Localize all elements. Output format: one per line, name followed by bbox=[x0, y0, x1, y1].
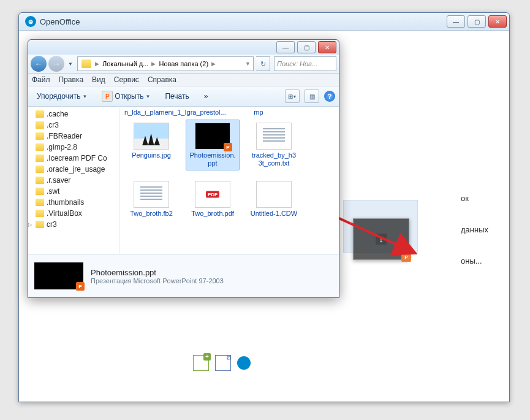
sidebar-folder[interactable]: .FBReader bbox=[28, 131, 119, 142]
view-mode-button[interactable]: ⊞▼ bbox=[285, 90, 300, 103]
address-dropdown-icon[interactable]: ▼ bbox=[244, 61, 252, 67]
file-thumbnail: P bbox=[195, 123, 230, 150]
nav-back-button[interactable]: ← bbox=[31, 56, 47, 72]
minimize-button[interactable]: — bbox=[447, 15, 465, 28]
sidebar-folder[interactable]: .thumbnails bbox=[28, 197, 119, 208]
menu-bar: Файл Правка Вид Сервис Справка bbox=[28, 74, 339, 86]
globe-icon[interactable] bbox=[237, 356, 251, 370]
openoffice-title: OpenOffice bbox=[40, 17, 447, 26]
powerpoint-app-icon: P bbox=[102, 91, 113, 102]
breadcrumb-2[interactable]: Новая папка (2) bbox=[157, 60, 210, 67]
nav-history-dropdown[interactable]: ▼ bbox=[66, 61, 75, 67]
new-document-icon[interactable] bbox=[193, 355, 209, 371]
explorer-minimize-button[interactable]: — bbox=[276, 41, 295, 53]
search-placeholder: Поиск: Нов... bbox=[277, 60, 317, 67]
openoffice-logo-icon: ⊜ bbox=[25, 16, 36, 27]
explorer-close-button[interactable]: ✕ bbox=[318, 41, 336, 53]
preview-pane-button[interactable]: ▥ bbox=[305, 90, 319, 103]
sidebar-folder[interactable]: .cache bbox=[28, 109, 119, 120]
search-input[interactable]: Поиск: Нов... bbox=[274, 56, 336, 71]
folder-icon bbox=[81, 59, 91, 68]
sidebar-folder[interactable]: .VirtualBox bbox=[28, 208, 119, 219]
file-item[interactable]: Two_broth.fb2 bbox=[124, 178, 178, 221]
openoffice-titlebar: ⊜ OpenOffice — ▢ ✕ bbox=[19, 13, 509, 31]
file-item[interactable]: Untitled-1.CDW bbox=[247, 178, 301, 221]
file-thumbnail bbox=[134, 181, 169, 208]
templates-icon[interactable] bbox=[215, 355, 231, 371]
breadcrumb-sep: ▶ bbox=[94, 61, 100, 67]
file-thumbnail bbox=[256, 181, 292, 208]
explorer-window: — ▢ ✕ ← → ▼ ▶ Локальный д... ▶ Новая пап… bbox=[28, 39, 339, 298]
menu-edit[interactable]: Правка bbox=[59, 75, 84, 84]
powerpoint-badge-icon: P bbox=[76, 282, 85, 291]
menu-file[interactable]: Файл bbox=[32, 75, 50, 84]
address-bar[interactable]: ▶ Локальный д... ▶ Новая папка (2) ▶ ▼ bbox=[77, 56, 254, 71]
file-item[interactable]: Two_broth.pdf bbox=[186, 178, 240, 221]
sidebar-folder[interactable]: .gimp-2.8 bbox=[28, 142, 119, 153]
sidebar-folder[interactable]: .Icecream PDF Co bbox=[28, 153, 119, 164]
details-pane: P Photoemission.ppt Презентация Microsof… bbox=[28, 254, 339, 297]
powerpoint-badge-icon: P bbox=[401, 252, 411, 262]
file-item[interactable]: Penguins.jpg bbox=[124, 120, 178, 170]
sidebar-folder[interactable]: ▷cr3 bbox=[28, 219, 119, 230]
sidebar-folder[interactable]: .oracle_jre_usage bbox=[28, 164, 119, 175]
file-item[interactable]: tracked_by_h33t_com.txt bbox=[247, 120, 301, 170]
breadcrumb-sep: ▶ bbox=[210, 61, 217, 67]
breadcrumb-sep: ▶ bbox=[150, 61, 157, 67]
help-button[interactable]: ? bbox=[324, 91, 335, 102]
print-button[interactable]: Печать bbox=[160, 90, 194, 102]
file-thumbnail bbox=[256, 123, 292, 150]
sidebar-folder[interactable]: .cr3 bbox=[28, 120, 119, 131]
explorer-maximize-button[interactable]: ▢ bbox=[297, 41, 316, 53]
refresh-button[interactable]: ↻ bbox=[256, 56, 270, 71]
details-filename: Photoemission.ppt bbox=[91, 268, 224, 277]
file-thumbnail bbox=[195, 181, 230, 208]
details-filetype: Презентация Microsoft PowerPoint 97-2003 bbox=[91, 277, 224, 284]
sidebar-folder[interactable]: .r.saver bbox=[28, 175, 119, 186]
explorer-titlebar[interactable]: — ▢ ✕ bbox=[28, 40, 339, 55]
folder-tree[interactable]: .cache.cr3.FBReader.gimp-2.8.Icecream PD… bbox=[28, 106, 119, 262]
maximize-button[interactable]: ▢ bbox=[468, 15, 486, 28]
menu-help[interactable]: Справка bbox=[148, 75, 176, 84]
details-thumbnail: P bbox=[34, 262, 83, 289]
breadcrumb-1[interactable]: Локальный д... bbox=[100, 60, 150, 67]
open-button[interactable]: P Открыть▼ bbox=[97, 89, 155, 104]
oo-link-1[interactable]: ок bbox=[461, 194, 488, 203]
close-button[interactable]: ✕ bbox=[488, 15, 507, 28]
menu-service[interactable]: Сервис bbox=[114, 75, 139, 84]
file-item[interactable]: PPhotoemission.ppt bbox=[186, 120, 240, 170]
file-item[interactable]: n_lda_i_plameni_1_Igra_prestol... bbox=[124, 109, 172, 116]
files-area[interactable]: n_lda_i_plameni_1_Igra_prestol... mp Pen… bbox=[119, 106, 339, 262]
organize-button[interactable]: Упорядочить▼ bbox=[32, 90, 92, 102]
explorer-nav-bar: ← → ▼ ▶ Локальный д... ▶ Новая папка (2)… bbox=[28, 55, 339, 74]
toolbar: Упорядочить▼ P Открыть▼ Печать » ⊞▼ ▥ ? bbox=[28, 86, 339, 107]
sidebar-folder[interactable]: .swt bbox=[28, 186, 119, 197]
drag-ghost-thumbnail: P bbox=[353, 218, 409, 260]
oo-link-3[interactable]: оны... bbox=[461, 256, 488, 265]
file-item[interactable]: mp bbox=[235, 109, 282, 116]
menu-view[interactable]: Вид bbox=[92, 75, 105, 84]
more-button[interactable]: » bbox=[199, 90, 213, 102]
oo-link-2[interactable]: данных bbox=[461, 225, 488, 234]
nav-forward-button[interactable]: → bbox=[48, 56, 64, 72]
file-thumbnail bbox=[134, 123, 169, 150]
powerpoint-badge-icon: P bbox=[224, 143, 232, 151]
